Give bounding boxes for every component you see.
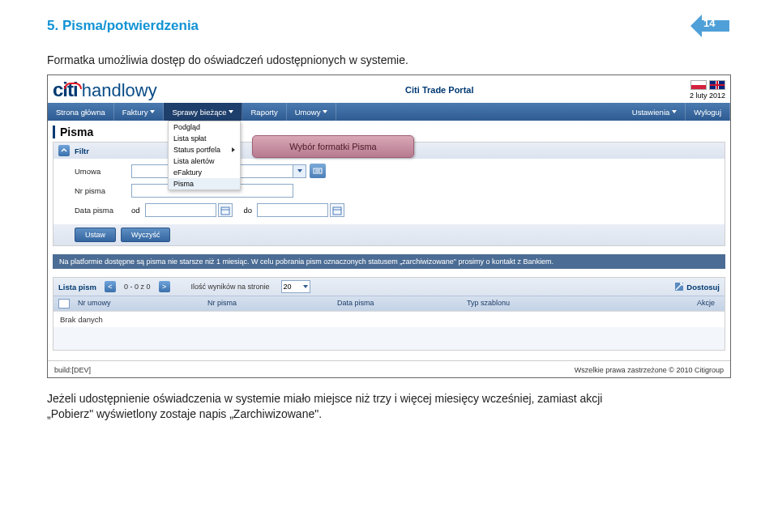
- chevron-down-icon: [303, 285, 308, 288]
- copyright: Wszelkie prawa zastrzeżone © 2010 Citigr…: [575, 366, 724, 374]
- empty-row: Brak danych: [53, 311, 725, 327]
- svg-rect-4: [221, 207, 229, 215]
- doc-header: 5. Pisma/potwierdzenia 14: [0, 0, 778, 50]
- nav-faktury[interactable]: Faktury: [114, 103, 165, 121]
- chevron-down-icon: [297, 169, 302, 172]
- doc-subtitle: Formatka umożliwia dostęp do oświadczeń …: [0, 50, 778, 74]
- ustaw-button[interactable]: Ustaw: [75, 228, 116, 242]
- flag-uk-icon[interactable]: [709, 80, 725, 90]
- col-nr-pisma[interactable]: Nr pisma: [207, 299, 337, 309]
- pager-range: 0 - 0 z 0: [124, 283, 151, 291]
- svg-rect-6: [333, 207, 341, 215]
- dropdown-item-pisma[interactable]: Pisma: [169, 178, 240, 189]
- list-title: Lista pism: [58, 283, 96, 292]
- col-data-pisma[interactable]: Data pisma: [337, 299, 467, 309]
- app-header: citi handlowy Citi Trade Portal 2 luty 2…: [48, 75, 730, 103]
- nav-ustawienia[interactable]: Ustawienia: [624, 103, 686, 121]
- callout-label: Wybór formatki Pisma: [252, 135, 414, 158]
- doc-section-title: 5. Pisma/potwierdzenia: [47, 18, 199, 34]
- dropdown-item-lista-alertow[interactable]: Lista alertów: [169, 155, 240, 167]
- build-label: build:[DEV]: [54, 366, 91, 374]
- header-date-flags: 2 luty 2012: [690, 80, 725, 100]
- umowa-lookup-button[interactable]: [310, 164, 326, 178]
- svg-rect-1: [314, 168, 322, 173]
- col-akcje: Akcje: [596, 299, 720, 309]
- col-typ-szablonu[interactable]: Typ szablonu: [467, 299, 596, 309]
- pager-prev-button[interactable]: <: [105, 281, 116, 292]
- perpage-select[interactable]: 20: [281, 280, 310, 293]
- label-data-pisma: Data pisma: [75, 206, 131, 215]
- dropdown-item-podglad[interactable]: Podgląd: [169, 121, 240, 133]
- nav-raporty[interactable]: Raporty: [242, 103, 286, 121]
- umowa-dropdown-button[interactable]: [293, 164, 306, 178]
- section-marker-icon: [53, 126, 55, 138]
- page-number: 14: [703, 17, 715, 29]
- chevron-down-icon: [672, 110, 677, 113]
- app-screenshot-frame: citi handlowy Citi Trade Portal 2 luty 2…: [47, 74, 731, 378]
- sprawy-dropdown-menu: Podgląd Lista spłat Status portfela List…: [168, 121, 241, 190]
- chevron-down-icon: [150, 110, 155, 113]
- chevron-right-icon: [232, 147, 235, 152]
- nav-sprawy-biezace[interactable]: Sprawy bieżące: [164, 103, 242, 121]
- nav-home[interactable]: Strona główna: [48, 103, 114, 121]
- calendar-to-button[interactable]: [330, 203, 344, 217]
- dostosuj-button[interactable]: Dostosuj: [675, 283, 720, 292]
- brand-arc-icon: [64, 83, 82, 89]
- wyczysc-button[interactable]: Wyczyść: [121, 228, 170, 242]
- label-do: do: [244, 206, 253, 215]
- nav-bar: Strona główna Faktury Sprawy bieżące Rap…: [48, 103, 730, 121]
- select-all-checkbox[interactable]: [58, 299, 70, 309]
- dropdown-item-lista-splat[interactable]: Lista spłat: [169, 133, 240, 144]
- nav-wyloguj[interactable]: Wyloguj: [686, 103, 730, 121]
- nav-umowy[interactable]: Umowy: [287, 103, 337, 121]
- dropdown-item-status-portfela[interactable]: Status portfela: [169, 144, 240, 155]
- date-to-input[interactable]: [257, 203, 328, 217]
- customize-icon: [675, 283, 683, 291]
- pager-next-button[interactable]: >: [159, 281, 170, 292]
- chevron-down-icon: [323, 110, 327, 113]
- brand-logo: citi handlowy: [53, 79, 157, 101]
- flag-pl-icon[interactable]: [690, 80, 707, 90]
- filter-heading: Filtr: [75, 147, 89, 155]
- collapse-button[interactable]: [58, 145, 70, 156]
- calendar-from-button[interactable]: [218, 203, 233, 217]
- table-header: Nr umowy Nr pisma Data pisma Typ szablon…: [53, 296, 725, 311]
- doc-footer-paragraph: Jeżeli udostępnienie oświadczenia w syst…: [0, 386, 778, 422]
- chevron-down-icon: [229, 110, 233, 113]
- label-od: od: [131, 206, 140, 215]
- header-date: 2 luty 2012: [690, 92, 725, 100]
- label-umowa: Umowa: [75, 167, 131, 176]
- page-number-arrow: 14: [690, 11, 729, 44]
- brand-handlowy: handlowy: [82, 80, 157, 101]
- date-from-input[interactable]: [145, 203, 216, 217]
- portal-title: Citi Trade Portal: [405, 85, 473, 95]
- dropdown-item-efaktury[interactable]: eFaktury: [169, 167, 240, 178]
- info-strip: Na platformie dostępne są pisma nie star…: [53, 254, 725, 269]
- list-panel: Lista pism < 0 - 0 z 0 > Ilość wyników n…: [53, 277, 725, 351]
- col-nr-umowy[interactable]: Nr umowy: [78, 299, 207, 309]
- app-footer: build:[DEV] Wszelkie prawa zastrzeżone ©…: [48, 360, 730, 377]
- section-title: Pisma: [60, 126, 93, 138]
- label-nr-pisma: Nr pisma: [75, 186, 131, 195]
- perpage-label: Ilość wyników na stronie: [191, 283, 270, 291]
